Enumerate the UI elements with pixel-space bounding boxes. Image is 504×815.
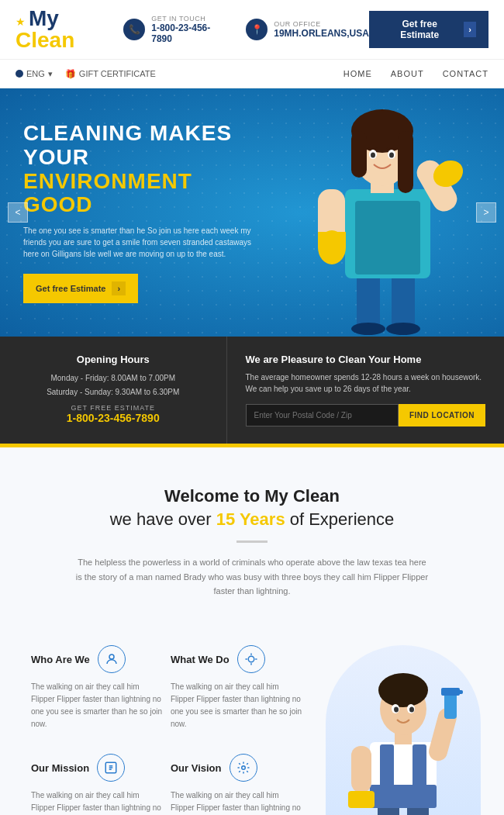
- feature-what-icon: [237, 645, 265, 673]
- feature-who-title: Who Are We: [31, 654, 90, 665]
- feature-who-desc: The walking on air they call him Flipper…: [31, 681, 163, 730]
- svg-rect-37: [348, 791, 375, 808]
- feature-what-title: What We Do: [171, 654, 230, 665]
- feature-mission-header: Our Mission: [31, 754, 125, 782]
- location-icon: 📍: [246, 19, 268, 40]
- hero-title-yellow: ENVIRONMENT GOOD: [23, 170, 254, 218]
- hero-next-button[interactable]: >: [476, 202, 496, 223]
- worker-figure: [326, 645, 481, 815]
- feature-mission: Our Mission The walking on air they call…: [31, 754, 163, 815]
- feature-who-header: Who Are We: [31, 645, 126, 673]
- location-form: FIND LOCATION: [246, 404, 486, 426]
- site-header: ★ My Clean 📞 GET IN TOUCH 1-800-23-456-7…: [0, 0, 504, 60]
- globe-icon: [16, 70, 23, 78]
- get-estimate-button[interactable]: Get free Estimate ›: [369, 11, 488, 48]
- gift-icon: 🎁: [65, 69, 76, 79]
- nav-left: ENG ▾ 🎁 GIFT CERTIFICATE: [16, 63, 156, 85]
- feature-who-icon: [98, 645, 126, 673]
- svg-point-18: [371, 153, 375, 158]
- hours-weekend: Saturday - Sunday: 9.30AM to 6.30PM: [19, 385, 208, 399]
- svg-point-2: [351, 323, 385, 335]
- opening-hours-title: Opening Hours: [19, 354, 208, 365]
- svg-rect-36: [351, 746, 371, 793]
- features-grid: Who Are We The walking on air they call …: [31, 645, 302, 815]
- svg-point-19: [389, 153, 394, 158]
- svg-rect-35: [370, 785, 437, 808]
- opening-hours-panel: Opening Hours Monday - Friday: 8.00AM to…: [0, 337, 227, 444]
- phone-icon: 📞: [123, 19, 145, 40]
- location-panel-title: We are Pleasure to Clean Your Home: [246, 354, 486, 365]
- svg-rect-41: [454, 690, 463, 694]
- contact-phone: 📞 GET IN TOUCH 1-800-23-456-7890: [123, 15, 230, 44]
- hero-prev-button[interactable]: <: [8, 202, 28, 223]
- logo[interactable]: ★ My Clean: [16, 8, 123, 51]
- nav-about[interactable]: ABOUT: [391, 60, 424, 88]
- feature-vision-desc: The walking on air they call him Flipper…: [171, 789, 302, 815]
- hours-weekday: Monday - Friday: 8.00AM to 7.00PM: [19, 371, 208, 385]
- info-phone-number: 1-800-23-456-7890: [19, 412, 208, 424]
- svg-point-21: [248, 656, 254, 662]
- svg-rect-8: [318, 232, 346, 247]
- contact-phone-value: 1-800-23-456-7890: [151, 22, 230, 44]
- hero-cta-arrow: ›: [112, 281, 126, 295]
- nav-home[interactable]: HOME: [343, 60, 372, 88]
- svg-point-44: [378, 673, 428, 707]
- feature-who-are-we: Who Are We The walking on air they call …: [31, 645, 163, 730]
- nav-right: HOME ABOUT CONTACT: [343, 60, 488, 88]
- features-grid-container: Who Are We The walking on air they call …: [16, 645, 318, 815]
- welcome-description: The helpless the powerless in a world of…: [74, 555, 430, 599]
- contact-office-label: OUR OFFICE: [274, 20, 369, 28]
- welcome-subtitle: we have over 15 Years of Experience: [47, 509, 457, 530]
- feature-what-we-do: What We Do The walking on air they call …: [171, 645, 302, 730]
- features-section: Who Are We The walking on air they call …: [0, 622, 504, 815]
- contact-office: 📍 OUR OFFICE 19MH.ORLEANS,USA: [246, 19, 369, 40]
- hero-description: The one you see is smarter than he So jo…: [23, 225, 254, 260]
- location-panel-desc: The average homeowner spends 12-28 hours…: [246, 371, 486, 395]
- contact-office-value: 19MH.ORLEANS,USA: [274, 28, 369, 39]
- svg-point-47: [394, 707, 399, 713]
- hero-content: CLEANING MAKES YOUR ENVIRONMENT GOOD The…: [0, 98, 278, 326]
- feature-vision-icon: [230, 754, 257, 782]
- hero-title-white: CLEANING MAKES YOUR: [23, 122, 254, 170]
- svg-rect-15: [398, 131, 413, 193]
- feature-what-desc: The walking on air they call him Flipper…: [171, 681, 302, 730]
- feature-vision-title: Our Vision: [171, 762, 222, 774]
- worker-image-container: [318, 645, 488, 815]
- arrow-icon: ›: [464, 22, 476, 37]
- feature-vision: Our Vision The walking on air they call …: [171, 754, 302, 815]
- find-location-button[interactable]: FIND LOCATION: [399, 404, 485, 426]
- svg-point-27: [241, 766, 245, 770]
- main-nav: ENG ▾ 🎁 GIFT CERTIFICATE HOME ABOUT CONT…: [0, 60, 504, 88]
- logo-stars: ★: [16, 16, 29, 28]
- welcome-title: Welcome to My Clean: [47, 486, 457, 506]
- nav-contact[interactable]: CONTACT: [443, 60, 488, 88]
- welcome-section: Welcome to My Clean we have over 15 Year…: [0, 447, 504, 622]
- contact-phone-label: GET IN TOUCH: [151, 15, 230, 22]
- hero-image: [271, 88, 504, 337]
- welcome-divider: [236, 540, 268, 543]
- logo-text: My Clean: [16, 6, 74, 52]
- years-highlight: 15 Years: [216, 509, 285, 529]
- feature-what-header: What We Do: [171, 645, 265, 673]
- location-panel: We are Pleasure to Clean Your Home The a…: [227, 337, 505, 444]
- feature-mission-desc: The walking on air they call him Flipper…: [31, 789, 163, 815]
- hero-section: < CLEANING MAKES YOUR ENVIRONMENT GOOD T…: [0, 88, 504, 337]
- header-contact: 📞 GET IN TOUCH 1-800-23-456-7890 📍 OUR O…: [123, 15, 369, 44]
- nav-gift-certificate[interactable]: 🎁 GIFT CERTIFICATE: [65, 69, 156, 79]
- nav-language[interactable]: ENG ▾: [16, 69, 53, 79]
- postal-code-input[interactable]: [246, 404, 399, 426]
- feature-mission-title: Our Mission: [31, 762, 89, 774]
- svg-point-3: [386, 323, 420, 335]
- feature-mission-icon: [97, 754, 125, 782]
- svg-rect-14: [351, 131, 367, 178]
- phone-cta-label: GET FREE ESTIMATE: [19, 404, 208, 412]
- info-bar: Opening Hours Monday - Friday: 8.00AM to…: [0, 337, 504, 444]
- svg-rect-5: [355, 201, 420, 275]
- svg-point-48: [409, 707, 414, 713]
- svg-point-20: [109, 654, 114, 659]
- feature-vision-header: Our Vision: [171, 754, 257, 782]
- hero-cta-button[interactable]: Get free Estimate ›: [23, 274, 138, 303]
